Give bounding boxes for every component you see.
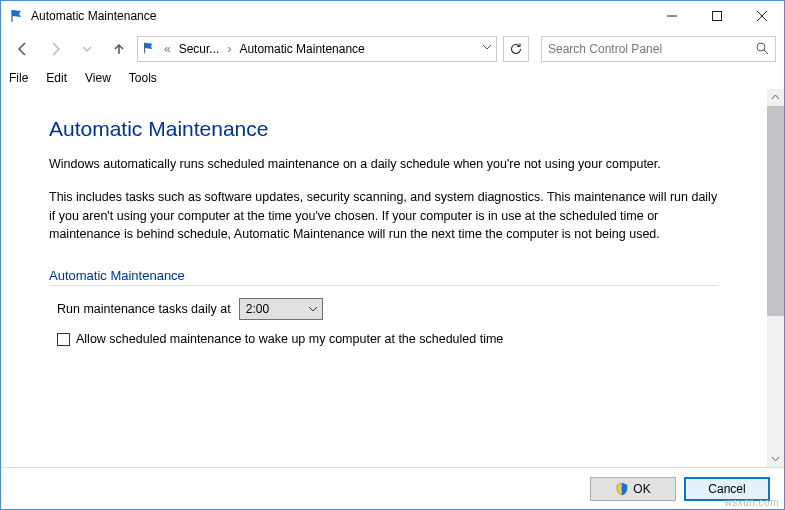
close-button[interactable]: [739, 1, 784, 31]
scroll-thumb[interactable]: [767, 106, 784, 316]
chevron-down-icon: [308, 303, 318, 317]
time-select[interactable]: 2:00: [239, 298, 323, 320]
search-icon[interactable]: [755, 41, 769, 58]
scroll-track[interactable]: [767, 316, 784, 450]
divider: [49, 285, 719, 286]
menu-file[interactable]: File: [9, 71, 28, 85]
time-field-label: Run maintenance tasks daily at: [57, 302, 231, 316]
menu-edit[interactable]: Edit: [46, 71, 67, 85]
maximize-button[interactable]: [694, 1, 739, 31]
footer: OK Cancel: [1, 467, 784, 509]
svg-point-4: [757, 43, 765, 51]
flag-icon: [142, 41, 156, 58]
watermark: wsxdn.com: [724, 497, 779, 508]
refresh-button[interactable]: [503, 36, 529, 62]
menu-view[interactable]: View: [85, 71, 111, 85]
vertical-scrollbar[interactable]: [767, 89, 784, 467]
search-input[interactable]: Search Control Panel: [541, 36, 776, 62]
wake-checkbox[interactable]: [57, 333, 70, 346]
shield-icon: [615, 482, 629, 496]
flag-icon: [9, 8, 25, 24]
back-button[interactable]: [9, 35, 37, 63]
chevron-left-icon: «: [160, 42, 175, 56]
ok-button[interactable]: OK: [590, 477, 676, 501]
page-title: Automatic Maintenance: [49, 117, 719, 141]
minimize-button[interactable]: [649, 1, 694, 31]
section-heading: Automatic Maintenance: [49, 268, 719, 283]
chevron-down-icon[interactable]: [482, 41, 492, 55]
up-button[interactable]: [105, 35, 133, 63]
address-bar[interactable]: « Secur... › Automatic Maintenance: [137, 36, 497, 62]
search-placeholder: Search Control Panel: [548, 42, 662, 56]
time-value: 2:00: [246, 302, 269, 316]
paragraph-2: This includes tasks such as software upd…: [49, 188, 719, 244]
chevron-right-icon: ›: [223, 42, 235, 56]
svg-rect-1: [712, 12, 721, 21]
menubar: File Edit View Tools: [1, 67, 784, 89]
svg-line-5: [764, 50, 768, 54]
breadcrumb-seg-1[interactable]: Secur...: [179, 42, 220, 56]
forward-button[interactable]: [41, 35, 69, 63]
scroll-up-icon[interactable]: [767, 89, 784, 106]
content-area: Automatic Maintenance Windows automatica…: [1, 89, 767, 467]
scroll-down-icon[interactable]: [767, 450, 784, 467]
ok-label: OK: [633, 482, 650, 496]
navbar: « Secur... › Automatic Maintenance Searc…: [1, 31, 784, 67]
paragraph-1: Windows automatically runs scheduled mai…: [49, 155, 719, 174]
breadcrumb-seg-2[interactable]: Automatic Maintenance: [239, 42, 364, 56]
recent-dropdown[interactable]: [73, 35, 101, 63]
menu-tools[interactable]: Tools: [129, 71, 157, 85]
window-title: Automatic Maintenance: [31, 9, 156, 23]
titlebar: Automatic Maintenance: [1, 1, 784, 31]
wake-checkbox-label[interactable]: Allow scheduled maintenance to wake up m…: [76, 332, 503, 346]
cancel-label: Cancel: [708, 482, 745, 496]
